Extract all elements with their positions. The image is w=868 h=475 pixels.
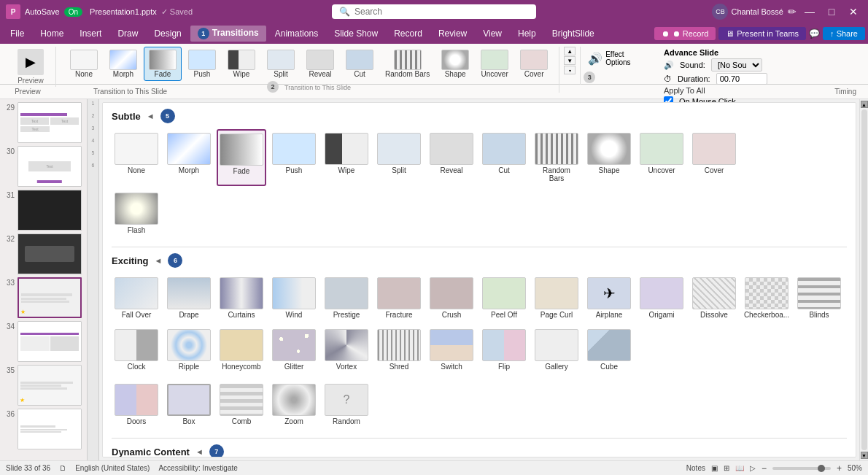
trans-checkerboard[interactable]: Checkerboa... [742,274,791,323]
sound-select[interactable]: [No Sound] [711,58,762,72]
trans-wind[interactable]: Wind [269,274,319,323]
ribbon-wipe[interactable]: Wipe [222,47,260,81]
zoom-in-icon[interactable]: + [837,463,842,474]
menu-insert[interactable]: Insert [72,26,109,41]
trans-flash[interactable]: Flash [112,189,161,238]
ribbon-cover[interactable]: Cover [515,47,553,81]
slide-thumb-31[interactable]: 31 [3,190,84,231]
trans-split[interactable]: Split [374,129,424,186]
scroll-down-button[interactable]: ▼ [564,56,576,65]
trans-cube[interactable]: Cube [584,325,634,374]
trans-crush[interactable]: Crush [427,274,476,323]
apply-all-button[interactable]: Apply To All [664,86,705,95]
trans-none[interactable]: None [112,129,161,186]
trans-fracture[interactable]: Fracture [374,274,424,323]
normal-view-icon[interactable]: ▣ [711,464,718,472]
effect-options-button[interactable]: 🔊 Effect Options [584,48,652,69]
ribbon-split[interactable]: Split [262,47,300,81]
trans-curtains[interactable]: Curtains [217,274,266,323]
slide-thumb-35[interactable]: 35 ★ [3,365,84,406]
preview-button[interactable]: ▶ Preview [12,47,50,87]
slide-thumb-34[interactable]: 34 [3,321,84,362]
minimize-button[interactable]: — [801,4,818,19]
trans-random[interactable]: ? Random [322,380,371,429]
reading-view-icon[interactable]: 📖 [735,464,744,472]
trans-gallery[interactable]: Gallery [532,325,581,374]
zoom-slider[interactable] [772,467,831,470]
ribbon-none[interactable]: None [65,47,103,81]
trans-morph[interactable]: Morph [164,129,214,186]
menu-review[interactable]: Review [431,26,474,41]
trans-dissolve[interactable]: Dissolve [689,274,739,323]
search-input[interactable] [354,7,529,17]
menu-home[interactable]: Home [33,26,71,41]
trans-randombars[interactable]: Random Bars [532,129,581,186]
trans-fade[interactable]: Fade [217,129,266,186]
trans-cut[interactable]: Cut [479,129,529,186]
slide-thumb-36[interactable]: 36 [3,409,84,449]
trans-uncover[interactable]: Uncover [637,129,686,186]
trans-honeycomb[interactable]: Honeycomb [217,325,266,374]
trans-cover[interactable]: Cover [689,129,739,186]
menu-draw[interactable]: Draw [110,26,145,41]
trans-drape[interactable]: Drape [164,274,214,323]
trans-switch[interactable]: Switch [427,325,476,374]
trans-peeloff[interactable]: Peel Off [479,274,529,323]
trans-comb[interactable]: Comb [217,380,266,429]
trans-airplane[interactable]: ✈ Airplane [584,274,634,323]
menu-brightslide[interactable]: BrightSlide [545,26,602,41]
right-scrollbar[interactable]: ▲ ▼ [859,99,868,460]
slide-thumb-30[interactable]: 30 Text [3,146,84,187]
notes-button[interactable]: Notes [686,464,705,472]
zoom-handle[interactable] [818,465,825,472]
ribbon-morph[interactable]: Morph [104,47,142,81]
zoom-out-icon[interactable]: − [762,463,767,474]
trans-zoom[interactable]: Zoom [269,380,319,429]
scrollbar-up[interactable]: ▲ [861,101,868,108]
menu-view[interactable]: View [476,26,509,41]
menu-record[interactable]: Record [387,26,430,41]
slide-image-33[interactable]: ★ [18,277,82,318]
menu-file[interactable]: File [3,26,31,41]
trans-doors[interactable]: Doors [112,380,161,429]
record-button[interactable]: ⏺ ⏺ Record [654,27,716,40]
trans-flip[interactable]: Flip [479,325,529,374]
slide-image-34[interactable] [18,321,82,362]
scrollbar-thumb[interactable] [861,109,867,450]
slide-thumb-32[interactable]: 32 [3,233,84,274]
ribbon-shape[interactable]: Shape [436,47,474,81]
maximize-button[interactable]: □ [823,4,840,19]
ribbon-uncover[interactable]: Uncover [476,47,514,81]
menu-help[interactable]: Help [511,26,543,41]
ribbon-cut[interactable]: Cut [341,47,379,81]
slide-image-35[interactable]: ★ [18,365,82,406]
scrollbar-down[interactable]: ▼ [861,452,868,459]
share-button[interactable]: ↑ Share [823,27,865,40]
slide-image-29[interactable]: Text Text Text [18,102,82,143]
trans-fallover[interactable]: Fall Over [112,274,161,323]
trans-origami[interactable]: Origami [637,274,686,323]
slide-sorter-icon[interactable]: ⊞ [724,464,729,472]
duration-input[interactable] [716,73,767,85]
close-button[interactable]: ✕ [845,4,862,19]
trans-clock[interactable]: Clock [112,325,161,374]
trans-reveal[interactable]: Reveal [427,129,476,186]
trans-box[interactable]: Box [164,380,214,429]
menu-transitions[interactable]: 1Transitions [190,26,266,42]
comments-icon[interactable]: 💬 [809,28,820,39]
menu-animations[interactable]: Animations [268,26,325,41]
trans-shred[interactable]: Shred [374,325,424,374]
present-teams-button[interactable]: 🖥 Present in Teams [718,27,806,40]
ribbon-fade[interactable]: Fade [144,47,182,81]
zoom-level[interactable]: 50% [848,464,862,472]
slide-thumb-29[interactable]: 29 Text Text Text [3,102,84,143]
ribbon-reveal[interactable]: Reveal [301,47,339,81]
trans-glitter[interactable]: Glitter [269,325,319,374]
edit-icon[interactable]: ✏ [788,6,797,18]
slide-panel[interactable]: 29 Text Text Text 30 Text [0,99,88,460]
slide-image-32[interactable] [18,233,82,274]
trans-push[interactable]: Push [269,129,319,186]
trans-blinds[interactable]: Blinds [794,274,844,323]
trans-prestige[interactable]: Prestige [322,274,371,323]
trans-ripple[interactable]: Ripple [164,325,214,374]
